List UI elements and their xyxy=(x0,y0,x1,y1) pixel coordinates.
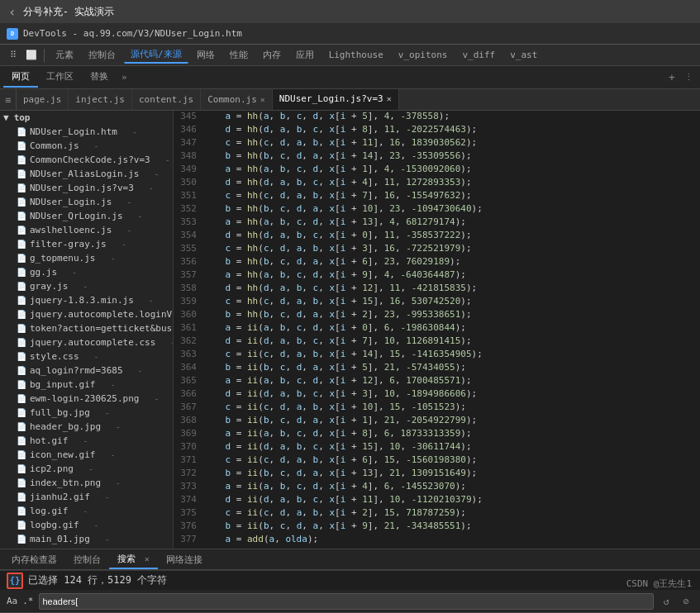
toolbar-icon-inspect[interactable]: ⬜ xyxy=(23,47,40,64)
back-button[interactable]: ‹ xyxy=(8,4,17,20)
nav-tab-workspace[interactable]: 工作区 xyxy=(38,67,82,88)
code-editor[interactable]: 345 a = hh(a, b, c, d, x[i + 5], 4, -378… xyxy=(174,111,700,549)
sidebar-item-iconnew[interactable]: 📄 icon_new.gif - xyxy=(0,448,173,462)
new-file-icon[interactable]: + xyxy=(664,69,680,86)
search-aa-label[interactable]: Aa xyxy=(7,596,17,606)
tab-performance[interactable]: 性能 xyxy=(223,47,255,63)
sidebar-item-fullbg[interactable]: 📄 full_bg.jpg - xyxy=(0,406,173,420)
code-line: 369 a = ii(a, b, c, d, x[i + 8], 6, 1873… xyxy=(174,428,700,441)
toolbar-icon-menu[interactable]: ⠿ xyxy=(5,47,21,64)
sidebar-item-headerbg[interactable]: 📄 header_bg.jpg - xyxy=(0,420,173,434)
sidebar-item-indexbtn[interactable]: 📄 index_btn.png - xyxy=(0,476,173,490)
sidebar-item-gtopmenu[interactable]: 📄 g_topmenu.js - xyxy=(0,251,173,265)
tab-console[interactable]: 控制台 xyxy=(82,47,122,63)
file-icon: 📄 xyxy=(17,366,26,375)
bottom-tab-memory[interactable]: 内存检查器 xyxy=(3,551,65,568)
file-icon: 📄 xyxy=(17,352,26,361)
sidebar-item-nduser-login-htm[interactable]: 📄 NDUser_Login.htm - xyxy=(0,125,173,139)
sidebar-col: - xyxy=(137,296,154,305)
tab-lighthouse[interactable]: Lighthouse xyxy=(322,48,390,62)
sidebar-item-gray[interactable]: 📄 gray.js - xyxy=(0,279,173,293)
code-line: 374 d = ii(d, a, b, c, x[i + 11], 10, -1… xyxy=(174,494,700,507)
sidebar-item-label: bg_input.gif xyxy=(30,379,95,390)
file-tab-commonjs[interactable]: Common.js ✕ xyxy=(201,89,273,111)
search-dot-label[interactable]: .* xyxy=(22,596,33,606)
sidebar-item-autocomplete-loginv3[interactable]: 📄 jquery.autocomplete.loginV3.js - xyxy=(0,307,173,321)
sidebar-item-jquery[interactable]: 📄 jquery-1.8.3.min.js - xyxy=(0,293,173,307)
code-line: 375 c = ii(c, d, a, b, x[i + 2], 15, 718… xyxy=(174,507,700,520)
bottom-tab-console[interactable]: 控制台 xyxy=(65,551,109,568)
file-tab-label: NDUser_Login.js?v=3 xyxy=(279,93,383,104)
sidebar-item-autocomplete-css[interactable]: 📄 jquery.autocomplete.css - xyxy=(0,335,173,349)
tab-sources[interactable]: 源代码/来源 xyxy=(124,46,188,64)
nav-tab-replace[interactable]: 替换 xyxy=(82,67,117,88)
file-icon: 📄 xyxy=(17,422,26,431)
close-search-tab-icon[interactable]: ✕ xyxy=(145,554,150,563)
sidebar-item-log[interactable]: 📄 log.gif - xyxy=(0,504,173,518)
sidebar-item-aqlogin[interactable]: 📄 aq_login?rmd=3685 - xyxy=(0,364,173,378)
tab-vast[interactable]: v_ast xyxy=(503,48,544,62)
search-input[interactable] xyxy=(43,596,650,606)
sidebar-col: - xyxy=(126,211,143,221)
file-tab-injectjs[interactable]: inject.js xyxy=(69,89,132,111)
close-tab-active-icon[interactable]: ✕ xyxy=(387,94,392,103)
sidebar-item-ewm[interactable]: 📄 ewm-login-230625.png - xyxy=(0,392,173,406)
tab-vdiff[interactable]: v_diff xyxy=(455,48,502,62)
folder-arrow: ▼ xyxy=(3,112,9,123)
sidebar-item-logbg[interactable]: 📄 logbg.gif - xyxy=(0,518,173,532)
sidebar-item-hot[interactable]: 📄 hot.gif - xyxy=(0,434,173,448)
sidebar-top-folder[interactable]: ▼ top xyxy=(0,111,173,125)
sidebar-item-label: gray.js xyxy=(30,281,68,292)
close-tab-icon[interactable]: ✕ xyxy=(260,95,265,104)
nav-tabs-more[interactable]: » xyxy=(117,69,132,86)
tab-memory[interactable]: 内存 xyxy=(256,47,288,63)
sidebar-item-label: hot.gif xyxy=(30,435,68,446)
search-refresh-button[interactable]: ↺ xyxy=(659,594,674,609)
tab-voptions[interactable]: v_opitons xyxy=(392,48,455,62)
sidebar-item-label: filter-gray.js xyxy=(30,239,107,249)
tab-network[interactable]: 网络 xyxy=(190,47,221,63)
sidebar-item-qrlogin[interactable]: 📄 NDUser_QrLogin.js - xyxy=(0,209,173,223)
sidebar-item-awsl[interactable]: 📄 awslhelloenc.js - xyxy=(0,223,173,237)
code-line: 348 b = hh(b, c, d, a, x[i + 14], 23, -3… xyxy=(174,150,700,164)
code-line: 378 b = add(b, oldb); xyxy=(174,547,700,549)
sidebar-item-main01[interactable]: 📄 main_01.jpg - xyxy=(0,532,173,546)
sidebar-item-icp2[interactable]: 📄 icp2.png - xyxy=(0,462,173,476)
file-icon: 📄 xyxy=(17,478,26,487)
sidebar-item-jianhu2[interactable]: 📄 jianhu2.gif - xyxy=(0,490,173,504)
refresh-icon: ↺ xyxy=(663,596,669,607)
sidebar-col: - xyxy=(110,240,126,249)
file-tab-nduser[interactable]: NDUser_Login.js?v=3 ✕ xyxy=(273,89,399,111)
sidebar-item-filtergray[interactable]: 📄 filter-gray.js - xyxy=(0,237,173,251)
code-line: 358 d = hh(d, a, b, c, x[i + 12], 11, -4… xyxy=(174,283,700,296)
sidebar-item-nduser-loginv3[interactable]: 📄 NDUser_Login.js?v=3 - xyxy=(0,181,173,195)
overflow-icon[interactable]: ⋮ xyxy=(680,69,697,86)
sidebar-item-commonjs[interactable]: 📄 Common.js - xyxy=(0,139,173,153)
bottom-tab-search[interactable]: 搜索 ✕ xyxy=(109,550,158,569)
bottom-tab-network[interactable]: 网络连接 xyxy=(158,551,211,568)
file-icon: 📄 xyxy=(17,380,26,389)
tab-elements[interactable]: 元素 xyxy=(49,47,80,63)
sidebar-item-label: log.gif xyxy=(30,506,68,516)
file-tab-contentjs[interactable]: content.js xyxy=(132,89,201,111)
format-icon[interactable]: {} xyxy=(7,573,23,589)
nav-tab-webpage[interactable]: 网页 xyxy=(3,67,38,88)
sidebar-item-gg[interactable]: 📄 gg.js - xyxy=(0,265,173,279)
sidebar-item-aliaslogin[interactable]: 📄 NDUser_AliasLogin.js - xyxy=(0,167,173,181)
file-icon: 📄 xyxy=(17,450,26,459)
search-clear-button[interactable]: ⊘ xyxy=(679,594,693,609)
code-line: 346 d = hh(d, a, b, c, x[i + 8], 11, -20… xyxy=(174,124,700,137)
bottom-tab-search-label: 搜索 xyxy=(117,554,136,564)
sidebar-item-commoncheck[interactable]: 📄 CommonCheckCode.js?v=3 - xyxy=(0,153,173,167)
url-text: DevTools - aq.99.com/V3/NDUser_Login.htm xyxy=(23,28,242,39)
sidebar-item-nduser-login[interactable]: 📄 NDUser_Login.js - xyxy=(0,195,173,209)
file-icon: 📄 xyxy=(17,535,26,544)
sidebar-col: - xyxy=(154,155,170,164)
file-tab-icon[interactable]: ≡ xyxy=(0,89,17,111)
file-icon: 📄 xyxy=(17,310,26,319)
sidebar-item-bginput[interactable]: 📄 bg_input.gif - xyxy=(0,378,173,392)
file-tab-pagejs[interactable]: page.js xyxy=(17,89,69,111)
sidebar-item-token[interactable]: 📄 token?action=getticket&bussines - xyxy=(0,321,173,335)
tab-application[interactable]: 应用 xyxy=(289,47,321,63)
sidebar-item-stylecss[interactable]: 📄 style.css - xyxy=(0,349,173,364)
